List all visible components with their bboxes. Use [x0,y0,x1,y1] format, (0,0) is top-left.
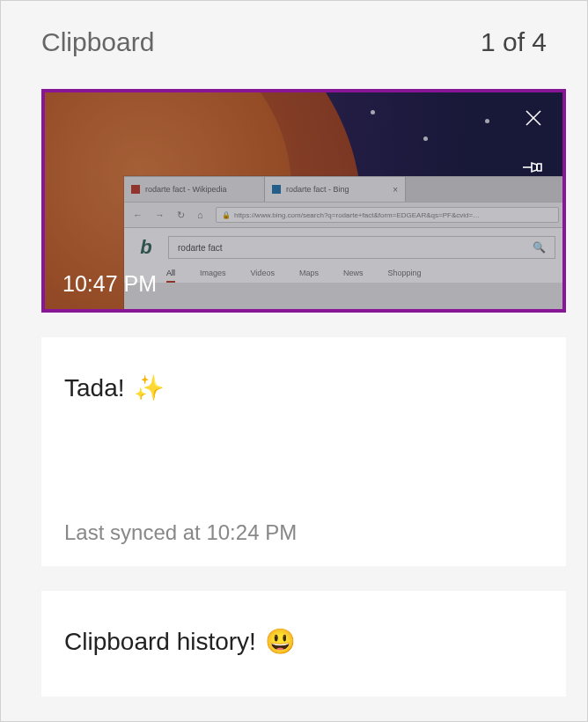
clipboard-header: Clipboard 1 of 4 [1,1,587,78]
clipboard-text-value: Tada! [64,374,125,402]
clipboard-item-actions [520,105,547,180]
clipboard-scroll-area[interactable]: rodarte fact - Wikipedia rodarte fact - … [1,78,587,721]
item-counter: 1 of 4 [481,27,547,57]
clipboard-item-image[interactable]: rodarte fact - Wikipedia rodarte fact - … [41,89,566,313]
clipboard-item-timestamp: 10:47 PM [62,271,157,297]
clipboard-item-text[interactable]: Tada! ✨ Last synced at 10:24 PM [41,337,566,566]
clipboard-text-content: Clipboard history! 😃 [64,612,543,656]
close-icon [524,108,543,128]
clipboard-text-content: Tada! ✨ [64,358,543,402]
clipboard-panel: Clipboard 1 of 4 rodarte fact - Wikipedi… [0,0,588,722]
clipboard-item-text[interactable]: Clipboard history! 😃 [41,591,566,696]
pin-icon [522,158,545,176]
sparkles-icon: ✨ [134,376,165,401]
delete-button[interactable] [520,105,547,131]
panel-title: Clipboard [41,27,154,57]
smiley-icon: 😃 [265,630,296,654]
clipboard-item-sync-status: Last synced at 10:24 PM [64,485,543,545]
clipboard-text-value: Clipboard history! [64,628,256,656]
pin-button[interactable] [520,154,547,180]
